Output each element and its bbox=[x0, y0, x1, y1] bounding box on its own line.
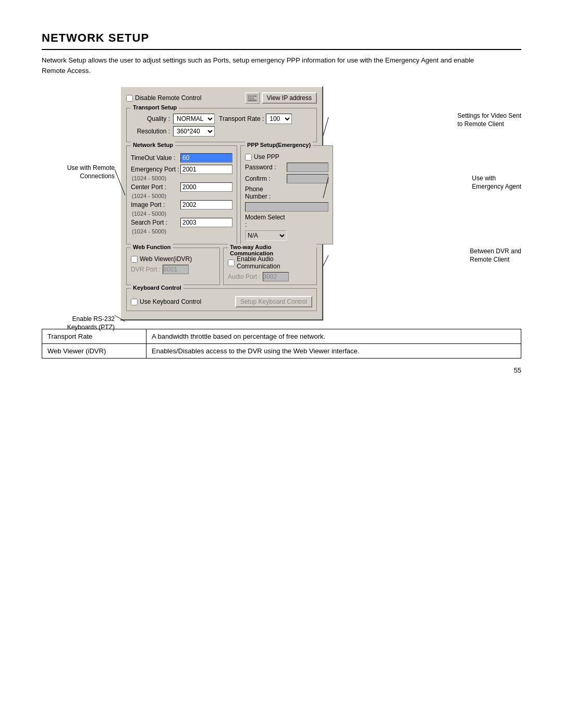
callout-between-dvr: Between DVR andRemote Client bbox=[470, 248, 521, 264]
modem-select[interactable]: N/A bbox=[245, 230, 287, 241]
web-function-title: Web Function bbox=[131, 244, 173, 250]
confirm-label: Confirm : bbox=[245, 175, 287, 182]
callout-enable-rs232: Enable RS-232Keyboards (PTZ) bbox=[52, 315, 115, 331]
audio-title: Two-way Audio Communication bbox=[228, 244, 316, 256]
quality-label: Quality : bbox=[131, 115, 170, 122]
enable-audio-checkbox[interactable] bbox=[228, 260, 235, 266]
disable-remote-label: Disable Remote Control bbox=[135, 94, 201, 102]
audio-port-row: Audio Port : bbox=[228, 272, 312, 281]
phone-label: Phone Number : bbox=[245, 186, 287, 200]
password-label: Password : bbox=[245, 164, 287, 171]
svg-rect-7 bbox=[252, 97, 254, 99]
bottom-section: Web Function Web Viewer(iDVR) DVR Port :… bbox=[126, 248, 317, 285]
search-port-row: Search Port : bbox=[131, 218, 232, 227]
callout-use-with-remote: Use with RemoteConnections bbox=[52, 164, 115, 180]
keyboard-control-title: Keyboard Control bbox=[131, 285, 183, 291]
info-table: Transport Rate A bandwidth throttle base… bbox=[42, 329, 521, 359]
modem-row: Modem Select : bbox=[245, 214, 328, 228]
network-setup-col: Network Setup TimeOut Value : Emergency … bbox=[126, 145, 237, 244]
definition-cell: A bandwidth throttle based on percentage… bbox=[146, 329, 521, 344]
dialog-top-bar: Disable Remote Control bbox=[126, 92, 317, 104]
svg-rect-8 bbox=[248, 100, 256, 101]
search-port-range: (1024 - 5000) bbox=[132, 228, 232, 235]
dvr-port-label: DVR Port : bbox=[131, 266, 161, 273]
ppp-setup-inner: PPP Setup(Emergency) Use PPP Password : bbox=[240, 145, 333, 244]
image-port-range: (1024 - 5000) bbox=[132, 211, 232, 217]
password-input[interactable] bbox=[287, 163, 328, 172]
page-title: NETWORK SETUP bbox=[42, 31, 521, 50]
ppp-setup-title: PPP Setup(Emergency) bbox=[245, 142, 313, 148]
transport-rate-select[interactable]: 100 bbox=[266, 114, 292, 124]
search-port-input[interactable] bbox=[180, 218, 232, 227]
center-port-row: Center Port : bbox=[131, 182, 232, 192]
use-ppp-label[interactable]: Use PPP bbox=[245, 153, 279, 161]
definition-cell: Enables/Disables access to the DVR using… bbox=[146, 344, 521, 359]
transport-setup-title: Transport Setup bbox=[131, 104, 179, 110]
center-port-label: Center Port : bbox=[131, 183, 180, 191]
emergency-port-row: Emergency Port : bbox=[131, 165, 232, 174]
confirm-row: Confirm : bbox=[245, 174, 328, 183]
svg-rect-3 bbox=[252, 95, 254, 97]
phone-row: Phone Number : bbox=[245, 186, 328, 200]
center-port-range: (1024 - 5000) bbox=[132, 193, 232, 199]
image-port-row: Image Port : bbox=[131, 200, 232, 209]
emergency-port-input[interactable] bbox=[180, 165, 232, 174]
table-row: Web Viewer (iDVR) Enables/Disables acces… bbox=[42, 344, 521, 359]
web-viewer-checkbox[interactable] bbox=[131, 256, 138, 263]
search-port-label: Search Port : bbox=[131, 219, 180, 226]
image-port-label: Image Port : bbox=[131, 201, 180, 208]
use-keyboard-label[interactable]: Use Keyboard Control bbox=[131, 298, 201, 305]
page-number: 55 bbox=[514, 366, 521, 374]
view-ip-button[interactable]: View IP address bbox=[262, 92, 317, 104]
transport-setup-section: Transport Setup Quality : NORMAL Transpo… bbox=[126, 108, 317, 142]
emergency-port-label: Emergency Port : bbox=[131, 166, 180, 173]
audio-port-input[interactable] bbox=[263, 272, 289, 281]
quality-row: Quality : NORMAL Transport Rate : 100 bbox=[131, 114, 312, 124]
use-keyboard-checkbox[interactable] bbox=[131, 299, 138, 305]
callout-use-with-emergency: Use withEmergency Agent bbox=[472, 175, 521, 191]
resolution-label: Resolution : bbox=[131, 128, 170, 135]
confirm-input[interactable] bbox=[287, 174, 328, 183]
web-viewer-label[interactable]: Web Viewer(iDVR) bbox=[131, 255, 215, 263]
audio-port-label: Audio Port : bbox=[228, 273, 261, 280]
network-setup-dialog: Disable Remote Control bbox=[120, 86, 323, 320]
emergency-port-range: (1024 - 5000) bbox=[132, 175, 232, 181]
network-setup-inner: Network Setup TimeOut Value : Emergency … bbox=[126, 145, 237, 244]
phone-input[interactable] bbox=[245, 202, 328, 212]
enable-audio-label[interactable]: Enable Audio Communication bbox=[228, 255, 312, 270]
quality-select[interactable]: NORMAL bbox=[173, 114, 215, 124]
middle-section: Network Setup TimeOut Value : Emergency … bbox=[126, 145, 317, 244]
dvr-port-row: DVR Port : bbox=[131, 265, 215, 274]
image-port-input[interactable] bbox=[180, 200, 232, 209]
use-ppp-checkbox[interactable] bbox=[245, 154, 252, 161]
svg-rect-2 bbox=[250, 95, 252, 97]
use-ppp-row: Use PPP bbox=[245, 153, 328, 161]
keyboard-icon bbox=[245, 92, 260, 104]
resolution-select[interactable]: 360*240 bbox=[173, 126, 215, 137]
setup-keyboard-button[interactable]: Setup Keyboard Control bbox=[235, 296, 312, 307]
transport-rate-label: Transport Rate : bbox=[219, 115, 264, 122]
keyboard-control-section: Keyboard Control Use Keyboard Control Se… bbox=[126, 288, 317, 311]
timeout-label: TimeOut Value : bbox=[131, 154, 180, 162]
svg-rect-1 bbox=[248, 95, 250, 97]
disable-remote-checkbox[interactable] bbox=[126, 95, 133, 102]
svg-rect-4 bbox=[254, 95, 256, 97]
network-setup-title: Network Setup bbox=[131, 142, 175, 148]
page-description: Network Setup allows the user to adjust … bbox=[42, 55, 490, 76]
disable-remote-checkbox-label[interactable]: Disable Remote Control bbox=[126, 94, 201, 102]
password-row: Password : bbox=[245, 163, 328, 172]
web-function-section: Web Function Web Viewer(iDVR) DVR Port : bbox=[126, 248, 220, 285]
callout-settings-video: Settings for Video Sentto Remote Client bbox=[457, 112, 521, 128]
center-port-input[interactable] bbox=[180, 182, 232, 192]
ppp-setup-col: PPP Setup(Emergency) Use PPP Password : bbox=[240, 145, 333, 244]
timeout-row: TimeOut Value : bbox=[131, 153, 232, 163]
timeout-input[interactable] bbox=[180, 153, 232, 163]
term-cell: Web Viewer (iDVR) bbox=[42, 344, 146, 359]
resolution-row: Resolution : 360*240 bbox=[131, 126, 312, 137]
svg-rect-5 bbox=[248, 97, 250, 99]
audio-section: Two-way Audio Communication Enable Audio… bbox=[223, 248, 317, 285]
svg-rect-6 bbox=[250, 97, 252, 99]
dvr-port-input[interactable] bbox=[163, 265, 189, 274]
modem-label: Modem Select : bbox=[245, 214, 287, 228]
